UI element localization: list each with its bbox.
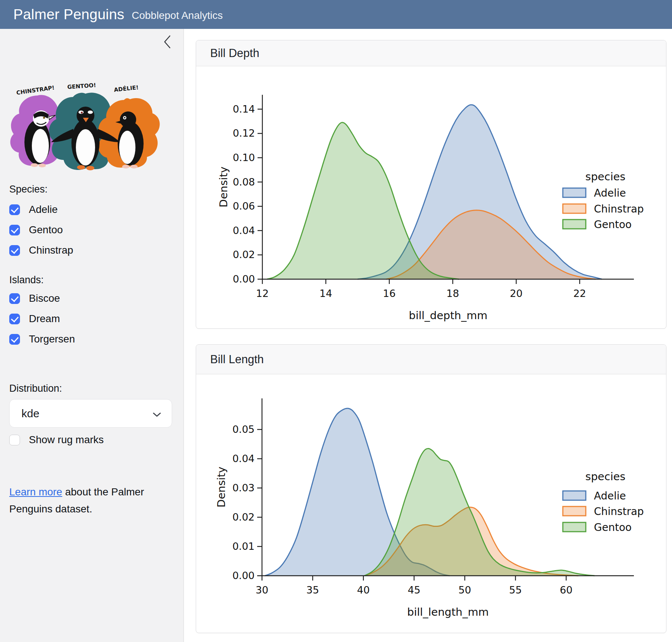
- legend-swatch-chinstrap: [563, 506, 586, 516]
- legend-title: species: [585, 170, 625, 183]
- x-tick-label: 45: [408, 584, 420, 596]
- checkbox-row-adelie[interactable]: Adelie: [9, 204, 58, 215]
- y-tick-label: 0.04: [232, 453, 255, 464]
- x-tick-label: 40: [357, 584, 370, 596]
- adelie-checkbox-label: Adelie: [29, 204, 58, 215]
- chinstrap-checkbox[interactable]: [9, 245, 20, 256]
- y-tick-label: 0.00: [233, 273, 255, 285]
- x-axis-label: bill_length_mm: [407, 606, 489, 618]
- penguin-artwork: CHINSTRAP! GENTOO! ADÉLIE!: [6, 73, 165, 174]
- sidebar-collapse-button[interactable]: [159, 34, 175, 50]
- dream-checkbox[interactable]: [9, 314, 20, 324]
- bill-length-card-header: Bill Length: [196, 345, 666, 374]
- legend-swatch-chinstrap: [563, 204, 586, 213]
- legend-swatch-adelie: [563, 188, 586, 197]
- checkbox-row-torgersen[interactable]: Torgersen: [9, 333, 75, 345]
- rug-marks-checkbox[interactable]: [9, 435, 20, 445]
- x-tick-label: 60: [560, 584, 572, 596]
- legend-label-gentoo: Gentoo: [594, 521, 632, 534]
- y-tick-label: 0.01: [232, 541, 255, 552]
- islands-section-label: Islands:: [9, 274, 44, 286]
- y-tick-label: 0.12: [233, 127, 255, 139]
- legend-swatch-gentoo: [563, 522, 586, 532]
- torgersen-checkbox-label: Torgersen: [29, 333, 75, 345]
- chevron-down-icon: [152, 407, 161, 420]
- x-tick-label: 50: [458, 584, 471, 596]
- checkbox-row-dream[interactable]: Dream: [9, 313, 60, 325]
- y-tick-label: 0.02: [233, 249, 255, 260]
- chinstrap-caption: CHINSTRAP!: [16, 84, 55, 96]
- bill-depth-card: Bill Depth 1214161820220.000.020.040.060…: [196, 40, 666, 329]
- learn-more-link[interactable]: Learn more: [9, 486, 62, 498]
- distribution-section-label: Distribution:: [9, 383, 62, 394]
- y-axis-label: Density: [215, 467, 228, 507]
- x-tick-label: 18: [446, 288, 459, 299]
- y-tick-label: 0.03: [232, 482, 255, 494]
- x-axis-label: bill_depth_mm: [409, 309, 488, 322]
- legend-label-adelie: Adelie: [594, 490, 626, 502]
- app-title: Palmer Penguins: [13, 6, 124, 23]
- checkbox-row-biscoe[interactable]: Biscoe: [9, 292, 60, 304]
- x-tick-label: 55: [509, 584, 522, 596]
- x-tick-label: 16: [383, 288, 396, 299]
- gentoo-caption: GENTOO!: [67, 82, 96, 90]
- adelie-checkbox[interactable]: [9, 204, 20, 215]
- bill-length-plot: 303540455055600.000.010.020.030.040.05bi…: [196, 374, 666, 633]
- bill_depth_mm-svg: 1214161820220.000.020.040.060.080.100.12…: [196, 66, 666, 329]
- distribution-select[interactable]: kde: [9, 399, 172, 428]
- legend-title: species: [585, 470, 625, 483]
- rug-marks-row[interactable]: Show rug marks: [9, 434, 104, 446]
- rug-marks-label: Show rug marks: [29, 434, 104, 446]
- y-tick-label: 0.00: [232, 570, 255, 581]
- biscoe-checkbox-label: Biscoe: [29, 292, 60, 304]
- legend-label-adelie: Adelie: [594, 187, 626, 199]
- checkbox-row-chinstrap[interactable]: Chinstrap: [9, 244, 73, 256]
- species-section-label: Species:: [9, 184, 48, 195]
- chevron-left-icon: [163, 34, 171, 50]
- y-tick-label: 0.04: [233, 225, 255, 236]
- biscoe-checkbox[interactable]: [9, 293, 20, 304]
- x-tick-label: 20: [510, 288, 523, 299]
- legend-label-gentoo: Gentoo: [594, 218, 632, 231]
- adelie-caption: ADÉLIE!: [114, 84, 139, 93]
- app-header: Palmer Penguins Cobblepot Analytics: [0, 0, 672, 29]
- chinstrap-checkbox-label: Chinstrap: [29, 244, 73, 256]
- bill-depth-card-header: Bill Depth: [196, 40, 666, 66]
- x-tick-label: 35: [306, 584, 319, 596]
- legend-swatch-adelie: [563, 491, 586, 500]
- gentoo-checkbox[interactable]: [9, 225, 20, 235]
- dream-checkbox-label: Dream: [29, 313, 60, 325]
- bill-depth-card-title: Bill Depth: [210, 47, 259, 60]
- learn-more-text: Learn more about the Palmer Penguins dat…: [9, 484, 157, 518]
- torgersen-checkbox[interactable]: [9, 334, 20, 345]
- distribution-selected-value: kde: [21, 407, 39, 420]
- legend-label-chinstrap: Chinstrap: [594, 203, 644, 215]
- bill_length_mm-svg: 303540455055600.000.010.020.030.040.05bi…: [196, 374, 666, 633]
- bill-length-card-title: Bill Length: [210, 353, 264, 366]
- x-tick-label: 12: [256, 288, 269, 299]
- y-tick-label: 0.06: [233, 200, 255, 212]
- legend-swatch-gentoo: [563, 220, 586, 229]
- main-content: Bill Depth 1214161820220.000.020.040.060…: [184, 29, 672, 642]
- y-tick-label: 0.08: [233, 176, 255, 188]
- sidebar: CHINSTRAP! GENTOO! ADÉLIE! Species: Adel…: [0, 29, 184, 642]
- bill-length-card: Bill Length 303540455055600.000.010.020.…: [196, 344, 666, 633]
- x-tick-label: 14: [319, 288, 332, 299]
- x-tick-label: 22: [573, 288, 586, 299]
- y-tick-label: 0.10: [233, 152, 255, 163]
- y-tick-label: 0.05: [232, 424, 255, 435]
- checkbox-row-gentoo[interactable]: Gentoo: [9, 224, 63, 236]
- app-subtitle: Cobblepot Analytics: [132, 10, 223, 21]
- gentoo-checkbox-label: Gentoo: [29, 224, 63, 236]
- legend-label-chinstrap: Chinstrap: [594, 505, 644, 518]
- y-axis-label: Density: [217, 167, 230, 207]
- bill-depth-plot: 1214161820220.000.020.040.060.080.100.12…: [196, 66, 666, 329]
- y-tick-label: 0.14: [233, 103, 255, 115]
- x-tick-label: 30: [256, 584, 268, 596]
- y-tick-label: 0.02: [232, 511, 255, 523]
